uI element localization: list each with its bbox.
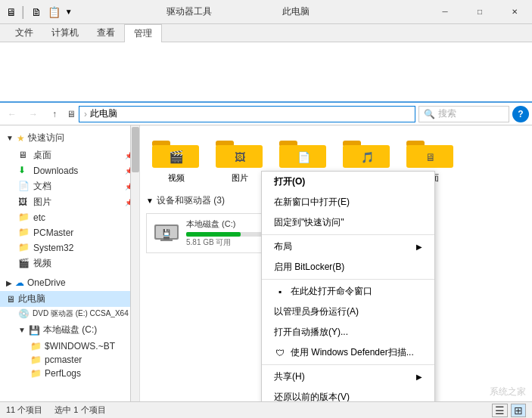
ctx-layout-label: 布局: [274, 240, 292, 253]
sidebar-item-dvd[interactable]: 💿 DVD 驱动器 (E:) CCSA_X64: [0, 307, 139, 320]
sidebar-item-pictures[interactable]: 🖼 图片 📌: [0, 194, 139, 210]
minimize-button[interactable]: ─: [428, 0, 462, 24]
sidebar-item-pcmaster2[interactable]: 📁 pcmaster: [0, 353, 139, 367]
local-disk-c-group[interactable]: ▼ 💾 本地磁盘 (C:): [0, 320, 139, 339]
breadcrumb-icon: 🖥: [67, 109, 76, 119]
ctx-sep-1: [262, 234, 434, 235]
title-text-left: 驱动器工具: [166, 6, 212, 17]
desktop-icon: 🖥: [18, 150, 30, 162]
drive-c-icon: 💾: [151, 220, 182, 246]
tab-manage[interactable]: 管理: [124, 24, 162, 42]
maximize-button[interactable]: □: [462, 0, 497, 24]
ctx-layout[interactable]: 布局 ▶: [262, 237, 434, 257]
main-layout: ▼ ★ 快速访问 🖥 桌面 📌 ⬇ Downloads 📌 📄 文档 📌 🖼 图…: [0, 125, 532, 401]
back-button[interactable]: ←: [3, 105, 21, 123]
sidebar-label-system32: System32: [33, 243, 73, 253]
ctx-admin-label: 以管理员身份运行(A): [274, 305, 359, 318]
folder-icon-wbt: 📁: [30, 341, 42, 351]
view-mode-grid[interactable]: ⊞: [511, 404, 526, 417]
breadcrumb-current: 此电脑: [90, 107, 117, 120]
folder-videos-label: 视频: [168, 172, 185, 184]
ctx-sep-2: [262, 279, 434, 280]
drive-c-bar-fill: [186, 232, 241, 237]
status-items-count: 11 个项目: [6, 404, 42, 416]
local-disk-c-icon: 💾: [29, 325, 40, 336]
onedrive-label: OneDrive: [27, 277, 66, 288]
quick-access-group[interactable]: ▼ ★ 快速访问: [0, 128, 139, 147]
forward-button[interactable]: →: [24, 105, 42, 123]
toolbar-icon-2[interactable]: 📋: [46, 5, 62, 20]
ctx-bitlocker-label: 启用 BitLocker(B): [274, 261, 344, 274]
ctx-admin[interactable]: 以管理员身份运行(A): [262, 302, 434, 322]
content-area: 🎬 视频 🖼 图片 📄 文档 🎵: [140, 125, 532, 401]
sidebar-item-pcmaster[interactable]: 📁 PCMaster: [0, 225, 139, 240]
ctx-open[interactable]: 打开(O): [262, 172, 434, 192]
cmd-icon: ▪: [274, 286, 286, 298]
help-button[interactable]: ?: [512, 106, 529, 122]
scrollbar-thumb[interactable]: [132, 127, 139, 172]
sidebar-item-downloads[interactable]: ⬇ Downloads 📌: [0, 163, 139, 178]
tab-view[interactable]: 查看: [88, 24, 124, 42]
view-mode-list[interactable]: ☰: [492, 404, 508, 417]
watermark: 系统之家: [490, 385, 526, 398]
sidebar-item-windows-bt[interactable]: 📁 $WINDOWS.~BT: [0, 339, 139, 353]
tab-file[interactable]: 文件: [6, 24, 42, 42]
dvd-icon: 💿: [18, 308, 30, 319]
sidebar-item-documents[interactable]: 📄 文档 📌: [0, 178, 139, 194]
folder-videos[interactable]: 🎬 视频: [146, 132, 207, 187]
folder-thumb-documents: 📄: [279, 135, 328, 171]
ctx-share-label: 共享(H): [274, 370, 305, 383]
folder-thumb-pictures: 🖼: [216, 135, 264, 171]
close-button[interactable]: ✕: [497, 0, 532, 24]
folder-icon-perf: 📁: [30, 368, 42, 379]
tab-computer[interactable]: 计算机: [42, 24, 88, 42]
view-mode-buttons: ☰ ⊞: [492, 404, 526, 417]
search-box[interactable]: 🔍 搜索: [418, 106, 509, 122]
toolbar-icon-1[interactable]: 🗎: [30, 5, 43, 20]
ctx-open-new-window-label: 在新窗口中打开(E): [274, 196, 350, 209]
address-path[interactable]: › 此电脑: [79, 106, 415, 122]
sidebar-label-downloads: Downloads: [33, 166, 78, 176]
folder-icon-pcm2: 📁: [30, 355, 42, 365]
sidebar-scrollbar[interactable]: [130, 125, 139, 401]
onedrive-icon: ☁: [15, 277, 24, 288]
sidebar-label-videos: 视频: [33, 257, 51, 270]
ctx-autoplay[interactable]: 打开自动播放(Y)...: [262, 322, 434, 342]
search-placeholder: 搜索: [438, 107, 456, 120]
ctx-autoplay-label: 打开自动播放(Y)...: [274, 326, 348, 339]
svg-rect-18: [160, 240, 173, 241]
svg-rect-17: [163, 237, 170, 240]
ctx-defender[interactable]: 🛡 使用 Windows Defender扫描...: [262, 342, 434, 363]
toolbar-dropdown[interactable]: ▼: [65, 8, 73, 16]
folder-thumb-desktop: 🖥: [406, 135, 455, 171]
address-bar: ← → ↑ 🖥 › 此电脑 🔍 搜索 ?: [0, 103, 532, 125]
sidebar-item-videos[interactable]: 🎬 视频: [0, 255, 139, 271]
ctx-cmd[interactable]: ▪ 在此处打开命令窗口: [262, 281, 434, 302]
submenu-arrow-layout: ▶: [416, 243, 422, 251]
ctx-share[interactable]: 共享(H) ▶: [262, 367, 434, 387]
status-selected: 选中 1 个项目: [54, 404, 105, 416]
sidebar-item-etc[interactable]: 📁 etc: [0, 210, 139, 225]
sidebar-icon-star: ★: [17, 133, 25, 144]
ctx-sep-3: [262, 364, 434, 365]
submenu-arrow-share: ▶: [416, 373, 422, 381]
ribbon-tabs: 文件 计算机 查看 管理: [0, 24, 532, 42]
sidebar-item-perflogs[interactable]: 📁 PerfLogs: [0, 367, 139, 380]
up-button[interactable]: ↑: [45, 105, 64, 123]
this-pc-label: 此电脑: [18, 293, 45, 305]
ctx-defender-label: 使用 Windows Defender扫描...: [291, 346, 414, 359]
folder-thumb-music: 🎵: [343, 135, 391, 171]
ctx-bitlocker[interactable]: 启用 BitLocker(B): [262, 257, 434, 277]
onedrive-group[interactable]: ▶ ☁ OneDrive: [0, 274, 139, 291]
sidebar-item-desktop[interactable]: 🖥 桌面 📌: [0, 147, 139, 163]
ctx-open-label: 打开(O): [274, 175, 305, 188]
sidebar-item-this-pc[interactable]: 🖥 此电脑: [0, 291, 139, 307]
ctx-pin-quick-access-label: 固定到"快速访问": [274, 216, 344, 229]
collapse-arrow[interactable]: ▼: [146, 197, 154, 205]
ctx-pin-quick-access[interactable]: 固定到"快速访问": [262, 212, 434, 233]
ctx-open-new-window[interactable]: 在新窗口中打开(E): [262, 192, 434, 212]
folder-icon-system32: 📁: [18, 242, 30, 254]
sidebar-item-system32[interactable]: 📁 System32: [0, 240, 139, 255]
ctx-restore[interactable]: 还原以前的版本(V): [262, 387, 434, 401]
folder-thumb-videos: 🎬: [152, 135, 201, 171]
